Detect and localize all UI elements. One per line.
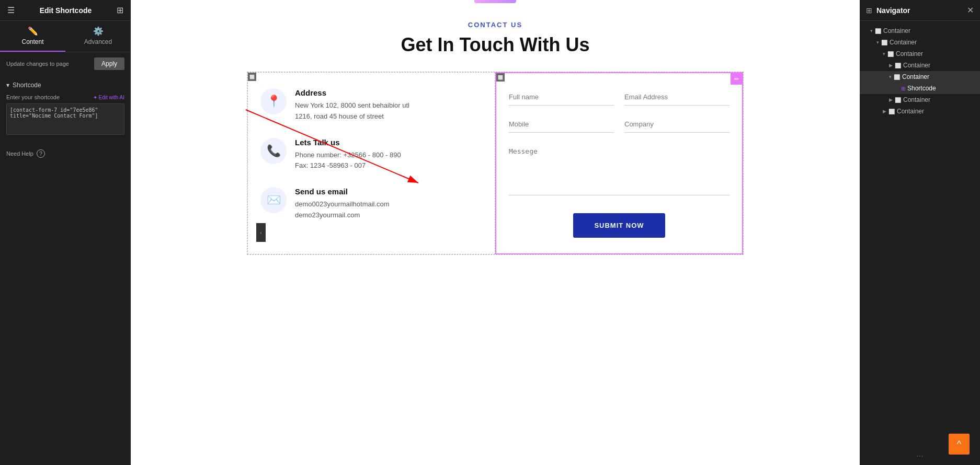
company-input[interactable] <box>624 116 730 133</box>
navigator-title-row: ⊞ Navigator <box>866 6 910 15</box>
phone-line1: Phone number: +32566 - 800 - 890 <box>295 150 401 161</box>
nav-item-container-2[interactable]: ▾ ⬜ Container <box>860 48 980 60</box>
panel-title: Edit Shortcode <box>40 6 92 15</box>
shortcode-field-label: Enter your shortcode <box>6 94 60 100</box>
address-item: 📍 Address New York 102, 8000 sent behaib… <box>260 88 482 122</box>
nav-container-icon-2: ⬜ <box>887 51 894 57</box>
address-line1: New York 102, 8000 sent behaibior utl <box>295 100 409 111</box>
content-tab-icon: ✏️ <box>28 26 38 36</box>
form-handle-tl[interactable]: ⬜ <box>496 73 505 82</box>
phone-content: Lets Talk us Phone number: +32566 - 800 … <box>295 138 401 172</box>
grid-icon[interactable]: ⊞ <box>117 5 123 15</box>
main-content: CONTACT US Get In Touch With Us ⬜ 📍 <box>131 0 860 465</box>
nav-label-3a: Container <box>903 62 930 69</box>
nav-label-2: Container <box>896 50 923 57</box>
address-title: Address <box>295 88 409 97</box>
grid-handle-tl[interactable]: ⬜ <box>248 73 256 81</box>
navigator-title: Navigator <box>876 6 910 15</box>
nav-expand-3a: ▶ <box>889 63 893 68</box>
navigator-grid-icon: ⊞ <box>866 6 872 15</box>
need-help-label: Need Help <box>6 150 33 157</box>
navigator-close-button[interactable]: ✕ <box>967 5 974 15</box>
tab-content[interactable]: ✏️ Content <box>0 21 65 52</box>
email-item: ✉️ Send us email demo0023yourmailhotmail… <box>260 187 482 221</box>
phone-icon-wrap: 📞 <box>260 138 287 164</box>
shortcode-section-title[interactable]: ▾ Shortcode <box>6 82 124 89</box>
tab-advanced[interactable]: ⚙️ Advanced <box>65 21 131 52</box>
apply-button[interactable]: Apply <box>94 57 124 70</box>
full-name-field <box>509 89 614 106</box>
nav-label-1: Container <box>890 39 917 46</box>
shortcode-section-label: Shortcode <box>13 82 41 89</box>
edit-with-ai-button[interactable]: ✦ Edit with AI <box>93 95 124 100</box>
ai-star-icon: ✦ <box>93 95 97 100</box>
submit-button[interactable]: SUBMIT NOW <box>573 213 665 238</box>
navigator-tree: ▾ ⬜ Container ▾ ⬜ Container ▾ ⬜ Containe… <box>860 21 980 447</box>
nav-container-icon-1: ⬜ <box>881 40 887 45</box>
company-field <box>624 116 730 133</box>
advanced-tab-icon: ⚙️ <box>93 26 104 36</box>
mobile-input[interactable] <box>509 116 614 133</box>
address-content: Address New York 102, 8000 sent behaibio… <box>295 88 409 122</box>
full-name-input[interactable] <box>509 89 614 106</box>
nav-label-0: Container <box>883 27 910 34</box>
address-line2: 1216, road 45 house of street <box>295 111 409 122</box>
nav-label-shortcode: Shortcode <box>907 85 936 92</box>
nav-label-2b: Container <box>897 108 924 115</box>
nav-container-icon-3a: ⬜ <box>895 63 901 68</box>
phone-icon: 📞 <box>267 144 281 158</box>
nav-expand-0: ▾ <box>870 28 873 33</box>
update-text: Update changes to page <box>6 61 69 67</box>
shortcode-label-row: Enter your shortcode ✦ Edit with AI <box>6 94 124 100</box>
hamburger-icon[interactable]: ☰ <box>7 5 15 15</box>
nav-label-3c: Container <box>903 96 930 103</box>
navigator-header: ⊞ Navigator ✕ <box>860 0 980 21</box>
navigator-panel: ⊞ Navigator ✕ ▾ ⬜ Container ▾ ⬜ Containe… <box>860 0 980 465</box>
nav-item-container-3b[interactable]: ▾ ⬜ Container <box>860 71 980 83</box>
nav-item-container-0[interactable]: ▾ ⬜ Container <box>860 25 980 37</box>
nav-item-container-2b[interactable]: ▶ ⬜ Container <box>860 106 980 117</box>
address-icon: 📍 <box>267 95 281 108</box>
phone-title: Lets Talk us <box>295 138 401 147</box>
nav-shortcode-icon: ⊞ <box>901 86 905 91</box>
nav-item-container-3c[interactable]: ▶ ⬜ Container <box>860 94 980 106</box>
nav-item-container-1[interactable]: ▾ ⬜ Container <box>860 37 980 48</box>
panel-collapse-button[interactable]: ‹ <box>256 223 266 242</box>
message-field-wrap <box>509 143 730 197</box>
nav-expand-2: ▾ <box>883 51 885 56</box>
nav-expand-1: ▾ <box>876 40 879 45</box>
nav-expand-3c: ▶ <box>889 97 893 102</box>
tab-advanced-label: Advanced <box>84 38 112 45</box>
form-edit-pencil[interactable]: ✏ <box>731 73 742 85</box>
contact-heading: Get In Touch With Us <box>247 34 744 56</box>
panel-tabs: ✏️ Content ⚙️ Advanced <box>0 21 131 52</box>
nav-label-3b: Container <box>902 73 929 80</box>
nav-container-icon-3b: ⬜ <box>894 74 900 80</box>
nav-container-icon-3c: ⬜ <box>895 97 901 103</box>
nav-container-icon-0: ⬜ <box>875 28 881 34</box>
phone-item: 📞 Lets Talk us Phone number: +32566 - 80… <box>260 138 482 172</box>
shortcode-collapse-icon: ▾ <box>6 82 9 89</box>
shortcode-section: ▾ Shortcode Enter your shortcode ✦ Edit … <box>0 75 131 143</box>
email-input[interactable] <box>624 89 730 106</box>
email-line1: demo0023yourmailhotmail.com <box>295 199 390 210</box>
address-icon-wrap: 📍 <box>260 88 287 114</box>
email-icon: ✉️ <box>267 193 281 207</box>
shortcode-textarea[interactable]: [contact-form-7 id="7ee5e86" title="Noci… <box>6 103 124 135</box>
contact-form-panel: ⬜ ✏ <box>495 72 743 254</box>
help-icon: ? <box>37 149 45 158</box>
form-row-2 <box>509 116 730 133</box>
need-help[interactable]: Need Help ? <box>0 143 131 164</box>
form-row-1 <box>509 89 730 106</box>
mobile-field <box>509 116 614 133</box>
panel-header: ☰ Edit Shortcode ⊞ <box>0 0 131 21</box>
contact-section: CONTACT US Get In Touch With Us ⬜ 📍 <box>247 10 744 265</box>
message-textarea[interactable] <box>509 143 730 195</box>
contact-us-label: CONTACT US <box>247 21 744 29</box>
nav-item-container-3a[interactable]: ▶ ⬜ Container <box>860 60 980 71</box>
nav-item-shortcode[interactable]: ▶ ⊞ Shortcode <box>860 83 980 94</box>
phone-line2: Fax: 1234 -58963 - 007 <box>295 160 401 171</box>
left-panel: ☰ Edit Shortcode ⊞ ✏️ Content ⚙️ Advance… <box>0 0 131 465</box>
email-title: Send us email <box>295 187 390 196</box>
email-content: Send us email demo0023yourmailhotmail.co… <box>295 187 390 221</box>
